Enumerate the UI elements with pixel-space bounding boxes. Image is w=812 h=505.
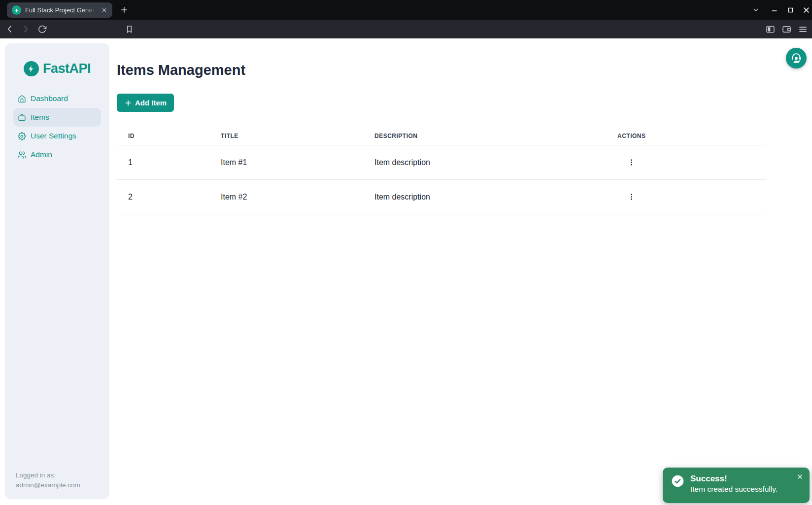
back-button[interactable] bbox=[4, 24, 15, 34]
success-toast: Success! Item created successfully. bbox=[663, 468, 810, 503]
column-header-id: ID bbox=[117, 133, 221, 139]
table-row: 2 Item #2 Item description bbox=[117, 180, 767, 214]
logo-text: FastAPI bbox=[43, 61, 91, 76]
fastapi-favicon-icon bbox=[12, 5, 21, 15]
column-header-description: DESCRIPTION bbox=[374, 133, 617, 139]
toast-close-button[interactable] bbox=[795, 471, 805, 481]
toast-message: Item created successfully. bbox=[690, 484, 778, 495]
logged-in-status: Logged in as: admin@example.com bbox=[16, 471, 80, 490]
tab-close-icon[interactable] bbox=[100, 6, 108, 15]
cell-title: Item #2 bbox=[221, 193, 374, 202]
sidebar-item-label: User Settings bbox=[31, 132, 76, 140]
sidebar-item-label: Admin bbox=[31, 150, 52, 159]
new-tab-button[interactable] bbox=[119, 4, 130, 15]
table-row: 1 Item #1 Item description bbox=[117, 145, 767, 180]
logged-in-email: admin@example.com bbox=[16, 480, 80, 490]
add-item-label: Add Item bbox=[135, 99, 167, 107]
sidebar-item-user-settings[interactable]: User Settings bbox=[5, 127, 109, 145]
users-icon bbox=[18, 151, 26, 159]
gear-icon bbox=[18, 132, 26, 140]
browser-toolbar: localhost/items 1 bbox=[0, 20, 812, 38]
reload-button[interactable] bbox=[36, 24, 47, 34]
tab-title: Full Stack Project Genera bbox=[25, 6, 97, 14]
table-header-row: ID TITLE DESCRIPTION ACTIONS bbox=[117, 127, 767, 145]
cell-id: 1 bbox=[117, 158, 221, 167]
sidebar-item-items[interactable]: Items bbox=[13, 108, 101, 127]
sidebar-item-admin[interactable]: Admin bbox=[5, 145, 109, 164]
window-minimize-button[interactable] bbox=[769, 4, 780, 15]
row-actions-menu-button[interactable] bbox=[624, 156, 638, 169]
cell-description: Item description bbox=[374, 158, 617, 167]
sidebar-item-label: Items bbox=[31, 113, 49, 122]
cell-id: 2 bbox=[117, 193, 221, 202]
sidebar-item-dashboard[interactable]: Dashboard bbox=[5, 89, 109, 108]
sidebar-toggle-icon[interactable] bbox=[765, 24, 776, 34]
browser-tab-bar: Full Stack Project Genera bbox=[0, 0, 812, 20]
kebab-icon bbox=[627, 193, 636, 201]
window-close-button[interactable] bbox=[801, 4, 812, 15]
page-title: Items Management bbox=[117, 62, 245, 78]
cell-title: Item #1 bbox=[221, 158, 374, 167]
browser-tab[interactable]: Full Stack Project Genera bbox=[7, 2, 112, 18]
cell-description: Item description bbox=[374, 193, 617, 202]
fastapi-bolt-icon bbox=[24, 61, 39, 76]
support-agent-icon bbox=[790, 52, 803, 65]
menu-icon[interactable] bbox=[797, 24, 808, 34]
items-table: ID TITLE DESCRIPTION ACTIONS 1 Item #1 I… bbox=[117, 127, 767, 214]
add-item-button[interactable]: Add Item bbox=[117, 94, 174, 112]
column-header-actions: ACTIONS bbox=[617, 133, 767, 139]
fastapi-logo: FastAPI bbox=[5, 61, 109, 76]
user-avatar-button[interactable] bbox=[786, 48, 807, 68]
column-header-title: TITLE bbox=[221, 133, 374, 139]
toast-title: Success! bbox=[690, 473, 778, 484]
wallet-icon[interactable] bbox=[781, 24, 792, 34]
home-icon bbox=[18, 95, 26, 103]
plus-icon bbox=[124, 99, 132, 107]
forward-button[interactable] bbox=[20, 24, 31, 34]
logged-in-label: Logged in as: bbox=[16, 471, 80, 480]
sidebar-item-label: Dashboard bbox=[31, 94, 68, 103]
sidebar-nav: Dashboard Items User Settings Admin bbox=[5, 89, 109, 164]
row-actions-menu-button[interactable] bbox=[624, 190, 638, 204]
app-page: FastAPI Dashboard Items User Settings bbox=[0, 38, 812, 505]
briefcase-icon bbox=[18, 113, 26, 122]
tab-search-chevron-icon[interactable] bbox=[750, 4, 761, 15]
window-maximize-button[interactable] bbox=[785, 4, 796, 15]
bookmark-icon[interactable] bbox=[124, 24, 135, 34]
check-circle-icon bbox=[671, 474, 684, 488]
sidebar: FastAPI Dashboard Items User Settings bbox=[5, 43, 109, 499]
kebab-icon bbox=[627, 158, 636, 167]
